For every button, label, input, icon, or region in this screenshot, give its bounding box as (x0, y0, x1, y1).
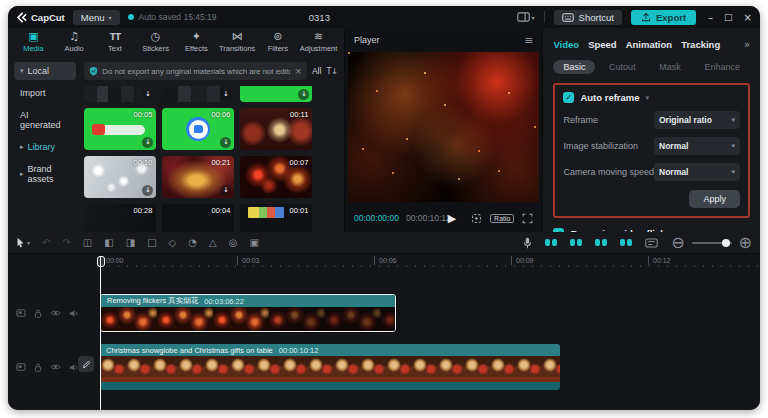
media-item-red-fireworks[interactable]: 00:07 (240, 156, 312, 198)
media-item-collage-a[interactable]: ↓ (84, 86, 156, 102)
tab-adjustment[interactable]: ≋Adjustment (299, 31, 338, 53)
total-duration: 00:00:10:12 (406, 213, 451, 223)
tab-video[interactable]: Video (553, 39, 579, 50)
sort-icon[interactable]: T↓ (326, 67, 338, 76)
zoom-in-icon[interactable]: ⊕ (739, 233, 752, 252)
export-button[interactable]: Export (631, 10, 696, 25)
mute-track-icon[interactable] (69, 309, 79, 318)
properties-subtab-bar: BasicCutoutMaskEnhance (553, 56, 750, 78)
sidebar-item-brand-assets[interactable]: ▸Brand assets (14, 160, 76, 188)
timeline-zoom-slider[interactable] (692, 242, 732, 244)
overlay-icon[interactable] (16, 363, 26, 371)
dropdown-reframe[interactable]: Original ratio▾ (654, 111, 740, 129)
trim-left-icon[interactable]: ◧ (104, 238, 113, 248)
clip-duration: 00:00:10:12 (279, 346, 319, 355)
sidebar-item-library[interactable]: ▸Library (14, 138, 76, 156)
auto-reframe-label: Auto reframe (580, 92, 639, 103)
subtab-enhance[interactable]: Enhance (694, 60, 750, 74)
ratio-button[interactable]: Ratio (490, 214, 514, 223)
subtab-cutout[interactable]: Cutout (599, 60, 646, 74)
rotate-icon[interactable]: ◎ (229, 238, 238, 248)
tab-media[interactable]: ▣Media (14, 31, 53, 53)
sidebar-item-ai-generated[interactable]: AI generated (14, 106, 76, 134)
tab-stickers[interactable]: ◷Stickers (136, 31, 175, 53)
redo-icon: ↷ (62, 238, 70, 248)
menu-button[interactable]: Menu ▾ (73, 10, 120, 25)
sidebar-item-import[interactable]: Import (14, 84, 76, 102)
overlay-icon[interactable] (16, 309, 26, 317)
more-tabs-icon[interactable]: » (744, 39, 750, 50)
mirror-icon[interactable]: △ (209, 238, 217, 248)
subtab-basic[interactable]: Basic (553, 60, 595, 74)
timeline-ruler[interactable]: 00:0000:0300:0600:0900:12 (8, 254, 760, 270)
zoom-slider-handle[interactable] (722, 239, 730, 247)
filter-all-dropdown[interactable]: All (312, 66, 321, 76)
playhead-handle[interactable] (97, 256, 105, 267)
crop-icon[interactable]: ▣ (249, 238, 258, 248)
adjust-tracks-button[interactable] (645, 238, 658, 248)
play-button[interactable]: ▶ (448, 212, 456, 225)
select-tool-button[interactable]: ▾ (16, 237, 30, 248)
close-button[interactable]: × (744, 12, 752, 23)
media-item-color-strip[interactable]: 00:01 (240, 204, 312, 232)
media-item-dark-clip-a[interactable]: 00:28 (84, 204, 156, 232)
delete-icon[interactable]: □ (147, 238, 156, 248)
record-voiceover-button[interactable] (523, 237, 532, 249)
layout-switch-button[interactable]: ▾ (517, 12, 535, 22)
dropdown-image-stabilization[interactable]: Normal▾ (654, 137, 740, 155)
capcut-window: CapCut Menu ▾ Auto saved 15:45:19 0313 ▾ (8, 6, 760, 410)
clip-removing-flickers[interactable]: Removing flickers 真实烟花 00:03:06:22 (100, 294, 396, 332)
video-preview[interactable] (348, 52, 539, 202)
linking-icon[interactable] (570, 239, 582, 246)
minimize-button[interactable]: – (708, 12, 713, 23)
chevron-down-icon[interactable]: ▾ (646, 94, 650, 102)
media-item-collage-b[interactable]: ↓ (162, 86, 234, 102)
edit-clip-button[interactable] (78, 356, 94, 372)
maximize-button[interactable]: □ (724, 12, 733, 23)
preview-axis-icon[interactable] (595, 239, 607, 246)
media-item-christmas-globe[interactable]: 00:11 (240, 108, 312, 150)
tab-audio[interactable]: ♫Audio (55, 31, 94, 53)
banner-close-icon[interactable]: × (294, 66, 302, 76)
media-grid-scroll[interactable]: ↓↓↓00:05↓00:06↓00:1100:10↓00:21↓00:0700:… (82, 86, 344, 232)
desktop-background: CapCut Menu ▾ Auto saved 15:45:19 0313 ▾ (0, 0, 768, 418)
tab-effects[interactable]: ✦Effects (177, 31, 216, 53)
auto-ripple-icon[interactable] (620, 239, 632, 246)
tab-text[interactable]: TTText (96, 31, 135, 53)
media-item-green-plain[interactable]: ↓ (240, 86, 312, 102)
shortcut-button[interactable]: Shortcut (554, 10, 622, 25)
speed-icon[interactable]: ◔ (188, 238, 197, 248)
media-item-green-like[interactable]: 00:06↓ (162, 108, 234, 150)
tab-speed[interactable]: Speed (588, 39, 617, 50)
magnetic-icon[interactable] (545, 239, 557, 246)
sidebar-item-local[interactable]: ▾Local (14, 62, 76, 80)
preview-quality-icon[interactable] (471, 213, 482, 224)
zoom-out-icon[interactable]: ⊖ (671, 233, 684, 252)
track-controls (16, 294, 79, 332)
lock-icon[interactable] (34, 309, 42, 318)
trim-right-icon[interactable]: ◨ (126, 238, 135, 248)
media-item-snow-bokeh[interactable]: 00:10↓ (84, 156, 156, 198)
properties-panel: VideoSpeedAnimationTracking» BasicCutout… (543, 28, 760, 232)
fullscreen-icon[interactable] (522, 213, 533, 224)
hide-track-icon[interactable] (50, 363, 61, 371)
media-item-dark-clip-b[interactable]: 00:04 (162, 204, 234, 232)
tab-tracking[interactable]: Tracking (681, 39, 720, 50)
mask-icon[interactable]: ◇ (169, 238, 177, 248)
apply-button[interactable]: Apply (689, 190, 740, 208)
media-item-new-year-gold[interactable]: 00:21↓ (162, 156, 234, 198)
media-item-green-subscribe[interactable]: 00:05↓ (84, 108, 156, 150)
auto-reframe-checkbox[interactable]: ✓ (563, 92, 574, 103)
tab-animation[interactable]: Animation (626, 39, 672, 50)
subtab-mask[interactable]: Mask (649, 60, 691, 74)
playhead-line[interactable] (100, 257, 101, 410)
clip-christmas-snowglobe[interactable]: Christmas snowglobe and Christmas gifts … (100, 344, 560, 390)
dropdown-camera-moving-speed[interactable]: Normal▾ (654, 163, 740, 181)
hide-track-icon[interactable] (50, 309, 61, 317)
tab-transitions[interactable]: ⋈Transitions (218, 31, 257, 53)
tab-filters[interactable]: ⊚Filters (259, 31, 298, 53)
lock-icon[interactable] (34, 363, 42, 372)
split-icon[interactable]: ◫ (83, 238, 92, 248)
player-menu-icon[interactable]: ≡ (524, 34, 533, 47)
tab-label: Transitions (219, 44, 255, 53)
